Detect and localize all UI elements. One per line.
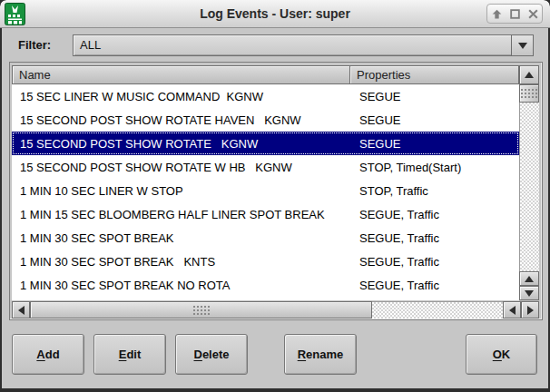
event-list: Name Properties 15 SEC LINER W MUSIC COM…: [9, 62, 543, 320]
scroll-left-button[interactable]: [12, 301, 30, 318]
event-name-cell: 15 SECOND POST SHOW ROTATE W HB KGNW: [12, 161, 355, 174]
table-row[interactable]: 1 MIN 30 SEC SPOT BREAK NO ROTA SEGUE, T…: [12, 273, 519, 297]
ok-button[interactable]: OK: [466, 334, 537, 375]
list-rows: 15 SEC LINER W MUSIC COMMAND KGNW SEGUE …: [12, 84, 519, 300]
table-row[interactable]: 15 SECOND POST SHOW ROTATE HAVEN KGNW SE…: [12, 108, 519, 132]
chevron-down-icon: [518, 43, 527, 49]
table-row[interactable]: 1 MIN 30 SEC SPOT BREAK KNTS SEGUE, Traf…: [12, 250, 519, 273]
button-mnemonic: E: [119, 348, 127, 361]
scroll-up-button[interactable]: [519, 65, 539, 84]
window-title: Log Events - User: super: [0, 0, 550, 28]
table-row[interactable]: 15 SECOND POST SHOW ROTATE W HB KGNW STO…: [12, 155, 519, 179]
event-name-cell: 15 SECOND POST SHOW ROTATE HAVEN KGNW: [12, 113, 355, 127]
button-label: dd: [45, 348, 60, 361]
arrow-left-icon: [18, 306, 25, 315]
table-row[interactable]: 15 SEC LINER W MUSIC COMMAND KGNW SEGUE: [12, 84, 519, 108]
event-properties-cell: SEGUE, Traffic: [355, 208, 519, 221]
titlebar[interactable]: Log Events - User: super: [0, 0, 550, 28]
horizontal-scrollbar: [12, 301, 539, 318]
scroll-down-button[interactable]: [519, 286, 539, 300]
log-events-window: Log Events - User: super Filter: ALL Nam…: [0, 0, 550, 392]
button-mnemonic: A: [36, 348, 44, 361]
event-properties-cell: STOP, Timed(Start): [355, 161, 519, 174]
scroll-up-button-bottom[interactable]: [519, 271, 539, 286]
column-header-properties[interactable]: Properties: [349, 65, 519, 84]
arrow-up-icon: [525, 72, 534, 78]
table-row[interactable]: 15 SECOND POST SHOW ROTATE KGNW SEGUE: [12, 132, 519, 155]
event-name-cell: 1 MIN 30 SEC SPOT BREAK: [12, 231, 355, 245]
scroll-right-button[interactable]: [521, 301, 539, 318]
filter-label: Filter:: [18, 34, 51, 56]
event-properties-cell: STOP, Traffic: [355, 184, 519, 198]
button-label: elete: [202, 348, 230, 361]
event-name-cell: 1 MIN 30 SEC SPOT BREAK NO ROTA: [12, 279, 355, 292]
combo-dropdown-button[interactable]: [511, 35, 533, 55]
filter-combobox[interactable]: ALL: [73, 34, 534, 56]
arrow-down-icon: [525, 290, 534, 297]
event-name-cell: 1 MIN 10 SEC LINER W STOP: [12, 184, 355, 198]
arrow-left-icon: [509, 306, 516, 315]
close-icon[interactable]: [527, 8, 539, 20]
add-button[interactable]: Add: [12, 334, 84, 375]
table-row[interactable]: 1 MIN 10 SEC LINER W STOP STOP, Traffic: [12, 179, 519, 202]
event-properties-cell: SEGUE, Traffic: [355, 255, 519, 269]
delete-button[interactable]: Delete: [175, 334, 248, 375]
column-header-name[interactable]: Name: [12, 65, 350, 84]
vertical-scrollbar: [519, 65, 539, 300]
arrow-right-icon: [527, 306, 534, 315]
horizontal-scroll-thumb[interactable]: [30, 301, 372, 318]
event-properties-cell: SEGUE, Traffic: [355, 231, 519, 245]
event-name-cell: 15 SEC LINER W MUSIC COMMAND KGNW: [12, 90, 355, 103]
horizontal-scroll-track[interactable]: [372, 301, 503, 318]
edit-button[interactable]: Edit: [93, 334, 166, 375]
vertical-scroll-thumb[interactable]: [519, 84, 539, 103]
button-mnemonic: R: [298, 348, 306, 361]
event-properties-cell: SEGUE, Traffic: [355, 279, 519, 292]
maximize-icon[interactable]: [509, 8, 521, 20]
filter-selected-value: ALL: [80, 35, 101, 55]
button-mnemonic: O: [493, 348, 502, 361]
event-properties-cell: SEGUE: [355, 113, 519, 127]
thumb-grip: [521, 88, 537, 99]
event-properties-cell: SEGUE: [355, 90, 519, 103]
table-row[interactable]: 1 MIN 30 SEC SPOT BREAK SEGUE, Traffic: [12, 226, 519, 250]
dialog-body: Filter: ALL Name Properties 15 SEC LINER…: [2, 28, 548, 388]
vertical-scroll-track[interactable]: [519, 103, 539, 271]
event-properties-cell: SEGUE: [355, 137, 519, 151]
roll-up-icon[interactable]: [491, 8, 503, 20]
event-name-cell: 1 MIN 30 SEC SPOT BREAK KNTS: [12, 255, 355, 269]
window-controls: [486, 4, 543, 24]
thumb-grip: [193, 305, 210, 316]
button-label: ename: [306, 348, 343, 361]
button-label: dit: [126, 348, 141, 361]
button-label: K: [502, 348, 510, 361]
event-name-cell: 1 MIN 15 SEC BLOOMBERG HALF LINER SPOT B…: [12, 208, 355, 221]
scroll-left-button-right[interactable]: [503, 301, 521, 318]
arrow-up-icon: [525, 276, 534, 282]
button-mnemonic: D: [193, 348, 201, 361]
event-name-cell: 15 SECOND POST SHOW ROTATE KGNW: [12, 137, 355, 151]
rename-button[interactable]: Rename: [284, 334, 357, 375]
table-row[interactable]: 1 MIN 15 SEC BLOOMBERG HALF LINER SPOT B…: [12, 202, 519, 226]
